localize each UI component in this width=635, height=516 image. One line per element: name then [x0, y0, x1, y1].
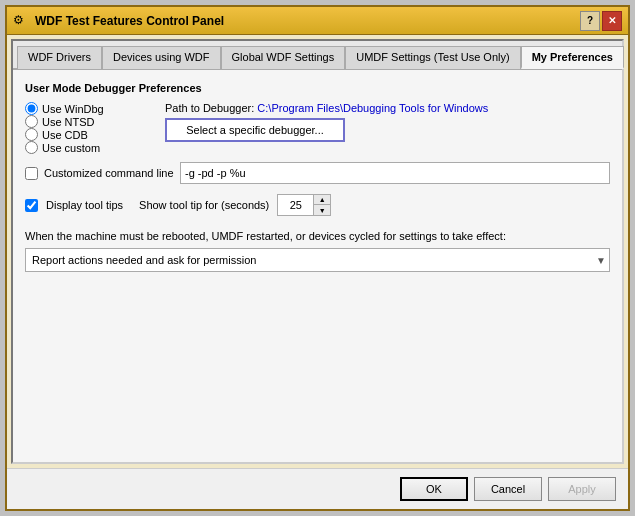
- seconds-label: Show tool tip for (seconds): [139, 199, 269, 211]
- spin-down-button[interactable]: ▼: [314, 205, 330, 215]
- tabs-bar: WDF Drivers Devices using WDF Global WDF…: [13, 41, 622, 70]
- cmd-row: Customized command line: [25, 162, 610, 184]
- radio-windbg-row: Use WinDbg: [25, 102, 155, 115]
- radio-windbg-label: Use WinDbg: [42, 103, 104, 115]
- content-area: WDF Drivers Devices using WDF Global WDF…: [11, 39, 624, 464]
- reboot-section: When the machine must be rebooted, UMDF …: [25, 230, 610, 272]
- select-debugger-button[interactable]: Select a specific debugger...: [165, 118, 345, 142]
- upper-section: Use WinDbg Use NTSD Use CDB Use custom: [25, 102, 610, 154]
- radio-cdb-row: Use CDB: [25, 128, 155, 141]
- radio-custom[interactable]: [25, 141, 38, 154]
- radio-custom-label: Use custom: [42, 142, 100, 154]
- customized-cmd-label: Customized command line: [44, 167, 174, 179]
- path-label: Path to Debugger:: [165, 102, 254, 114]
- display-tooltips-checkbox[interactable]: [25, 199, 38, 212]
- radio-ntsd[interactable]: [25, 115, 38, 128]
- tab-umdf-settings[interactable]: UMDF Settings (Test Use Only): [345, 46, 520, 69]
- path-value: C:\Program Files\Debugging Tools for Win…: [257, 102, 488, 114]
- tooltip-row: Display tool tips Show tool tip for (sec…: [25, 194, 610, 216]
- section-title: User Mode Debugger Preferences: [25, 82, 610, 94]
- tab-wdf-drivers[interactable]: WDF Drivers: [17, 46, 102, 69]
- reboot-dropdown-wrap: Report actions needed and ask for permis…: [25, 248, 610, 272]
- radio-ntsd-row: Use NTSD: [25, 115, 155, 128]
- radio-windbg[interactable]: [25, 102, 38, 115]
- customized-cmd-input[interactable]: [180, 162, 610, 184]
- right-panel: Path to Debugger: C:\Program Files\Debug…: [155, 102, 610, 154]
- radio-ntsd-label: Use NTSD: [42, 116, 95, 128]
- title-bar: ⚙ WDF Test Features Control Panel ? ✕: [7, 7, 628, 35]
- title-bar-left: ⚙ WDF Test Features Control Panel: [13, 13, 224, 29]
- bottom-buttons: OK Cancel Apply: [7, 468, 628, 509]
- cancel-button[interactable]: Cancel: [474, 477, 542, 501]
- app-icon: ⚙: [13, 13, 29, 29]
- reboot-dropdown[interactable]: Report actions needed and ask for permis…: [25, 248, 610, 272]
- radio-cdb[interactable]: [25, 128, 38, 141]
- help-button[interactable]: ?: [580, 11, 600, 31]
- display-tooltips-label: Display tool tips: [46, 199, 123, 211]
- spin-up-button[interactable]: ▲: [314, 195, 330, 205]
- radio-custom-row: Use custom: [25, 141, 155, 154]
- main-window: ⚙ WDF Test Features Control Panel ? ✕ WD…: [5, 5, 630, 511]
- seconds-spinner: ▲ ▼: [277, 194, 331, 216]
- radio-group: Use WinDbg Use NTSD Use CDB Use custom: [25, 102, 155, 154]
- tab-devices-wdf[interactable]: Devices using WDF: [102, 46, 221, 69]
- seconds-input[interactable]: [277, 194, 313, 216]
- close-button[interactable]: ✕: [602, 11, 622, 31]
- tab-my-preferences[interactable]: My Preferences: [521, 46, 624, 69]
- reboot-label: When the machine must be rebooted, UMDF …: [25, 230, 610, 242]
- customized-cmd-checkbox[interactable]: [25, 167, 38, 180]
- radio-cdb-label: Use CDB: [42, 129, 88, 141]
- ok-button[interactable]: OK: [400, 477, 468, 501]
- tab-content: User Mode Debugger Preferences Use WinDb…: [13, 70, 622, 462]
- window-title: WDF Test Features Control Panel: [35, 14, 224, 28]
- spinner-buttons: ▲ ▼: [313, 194, 331, 216]
- tab-global-wdf[interactable]: Global WDF Settings: [221, 46, 346, 69]
- title-buttons: ? ✕: [580, 11, 622, 31]
- apply-button[interactable]: Apply: [548, 477, 616, 501]
- path-row: Path to Debugger: C:\Program Files\Debug…: [165, 102, 610, 114]
